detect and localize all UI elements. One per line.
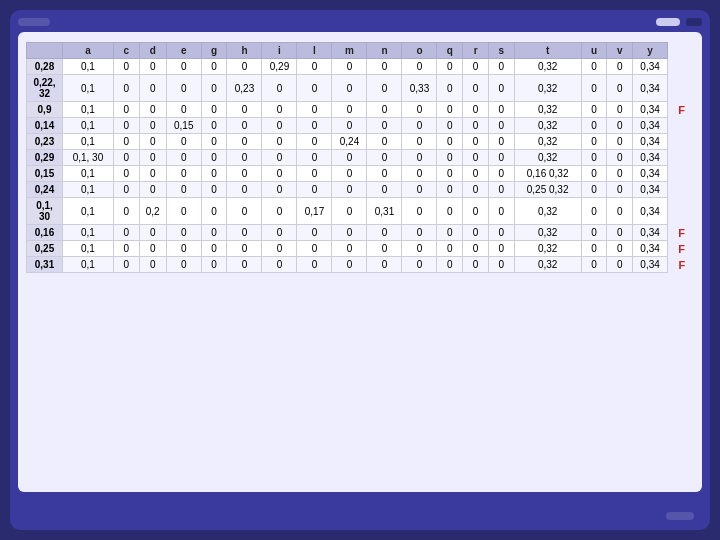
table-cell: 0 xyxy=(463,257,489,273)
table-cell: 0 xyxy=(201,102,227,118)
table-cell: 0 xyxy=(332,75,367,102)
table-cell: 0 xyxy=(297,182,332,198)
f-marker-cell xyxy=(668,150,694,166)
table-cell: 0 xyxy=(297,134,332,150)
table-cell: 0 xyxy=(297,225,332,241)
table-cell: 0 xyxy=(437,102,463,118)
table-cell: 0 xyxy=(581,150,607,166)
table-cell: 0 xyxy=(113,257,139,273)
table-row: 0,22, 320,100000,2300000,330000,32000,34 xyxy=(27,75,694,102)
col-header-v: v xyxy=(607,43,633,59)
table-cell: 0 xyxy=(402,150,437,166)
table-cell: 0 xyxy=(581,198,607,225)
table-cell: 0 xyxy=(139,257,166,273)
table-cell: 0 xyxy=(463,225,489,241)
state-col-header xyxy=(27,43,63,59)
f-marker-cell xyxy=(668,59,694,75)
table-cell: 0 xyxy=(332,198,367,225)
table-cell: 0,32 xyxy=(514,102,581,118)
table-cell: 0,1 xyxy=(63,102,114,118)
table-cell: 0 xyxy=(297,59,332,75)
table-cell: 0 xyxy=(488,257,514,273)
table-row: 0,90,100000000000000,32000,34F xyxy=(27,102,694,118)
table-cell: 0 xyxy=(463,198,489,225)
table-cell: 0 xyxy=(201,134,227,150)
table-row: 0,160,100000000000000,32000,34F xyxy=(27,225,694,241)
table-cell: 0,16 0,32 xyxy=(514,166,581,182)
header-bar xyxy=(18,18,702,26)
table-cell: 0 xyxy=(113,198,139,225)
table-cell: 0,32 xyxy=(514,241,581,257)
table-cell: 0 xyxy=(581,118,607,134)
state-id-cell: 0,28 xyxy=(27,59,63,75)
f-marker-cell xyxy=(668,75,694,102)
table-cell: 0 xyxy=(463,134,489,150)
table-cell: 0 xyxy=(262,198,297,225)
finished-label xyxy=(666,512,694,520)
table-cell: 0,34 xyxy=(633,118,668,134)
table-cell: 0,1 xyxy=(63,59,114,75)
table-cell: 0 xyxy=(297,257,332,273)
table-cell: 0 xyxy=(488,198,514,225)
table-cell: 0 xyxy=(262,166,297,182)
table-cell: 0 xyxy=(113,182,139,198)
table-cell: 0 xyxy=(262,75,297,102)
state-id-cell: 0,25 xyxy=(27,241,63,257)
col-header-n: n xyxy=(367,43,402,59)
table-cell: 0 xyxy=(488,134,514,150)
col-header-r: r xyxy=(463,43,489,59)
state-id-cell: 0,14 xyxy=(27,118,63,134)
table-cell: 0,23 xyxy=(227,75,262,102)
table-cell: 0 xyxy=(463,182,489,198)
table-cell: 0 xyxy=(166,182,201,198)
page-number xyxy=(686,18,702,26)
table-cell: 0 xyxy=(201,59,227,75)
table-cell: 0 xyxy=(201,166,227,182)
table-cell: 0 xyxy=(402,134,437,150)
table-cell: 0 xyxy=(488,59,514,75)
table-cell: 0 xyxy=(581,257,607,273)
col-header-i: i xyxy=(262,43,297,59)
table-cell: 0 xyxy=(166,198,201,225)
state-id-cell: 0,15 xyxy=(27,166,63,182)
table-cell: 0 xyxy=(402,182,437,198)
table-cell: 0 xyxy=(113,241,139,257)
table-row: 0,150,100000000000000,16 0,32000,34 xyxy=(27,166,694,182)
table-cell: 0,1 xyxy=(63,118,114,134)
table-cell: 0 xyxy=(581,241,607,257)
table-cell: 0,1 xyxy=(63,75,114,102)
table-cell: 0 xyxy=(332,102,367,118)
table-cell: 0 xyxy=(488,118,514,134)
table-cell: 0 xyxy=(113,102,139,118)
f-marker-cell: F xyxy=(668,241,694,257)
column-header-row: acdeghilmnoqrstuvy xyxy=(27,43,694,59)
col-header-c: c xyxy=(113,43,139,59)
table-row: 0,140,1000,1500000000000,32000,34 xyxy=(27,118,694,134)
table-cell: 0 xyxy=(201,150,227,166)
table-cell: 0 xyxy=(139,134,166,150)
table-cell: 0,1 xyxy=(63,134,114,150)
table-cell: 0,32 xyxy=(514,225,581,241)
table-cell: 0,1 xyxy=(63,166,114,182)
table-cell: 0 xyxy=(227,198,262,225)
col-header-l: l xyxy=(297,43,332,59)
table-cell: 0 xyxy=(437,150,463,166)
f-marker-cell: F xyxy=(668,257,694,273)
table-cell: 0 xyxy=(607,166,633,182)
table-cell: 0 xyxy=(227,257,262,273)
table-cell: 0 xyxy=(262,257,297,273)
col-header-g: g xyxy=(201,43,227,59)
table-cell: 0 xyxy=(113,118,139,134)
table-cell: 0 xyxy=(227,150,262,166)
table-cell: 0,32 xyxy=(514,257,581,273)
col-header-q: q xyxy=(437,43,463,59)
table-cell: 0 xyxy=(488,150,514,166)
table-cell: 0 xyxy=(367,225,402,241)
table-cell: 0 xyxy=(166,225,201,241)
table-cell: 0,34 xyxy=(633,75,668,102)
table-cell: 0,34 xyxy=(633,182,668,198)
table-cell: 0 xyxy=(297,102,332,118)
table-cell: 0,32 xyxy=(514,59,581,75)
table-cell: 0 xyxy=(166,241,201,257)
table-cell: 0 xyxy=(262,118,297,134)
